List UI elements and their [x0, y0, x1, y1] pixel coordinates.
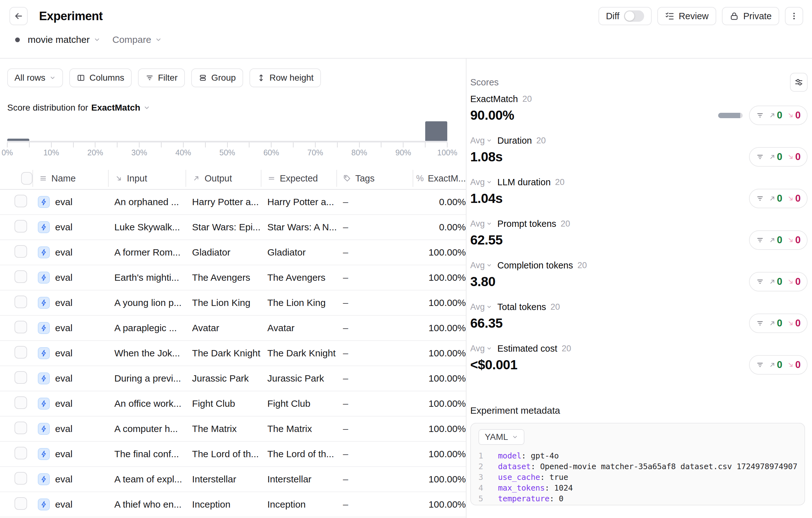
aggregation-dropdown[interactable]: Avg [470, 261, 492, 270]
improvements-filter[interactable]: 0 [768, 276, 782, 287]
row-checkbox[interactable] [14, 295, 27, 308]
table-row[interactable]: eval When the Jok... The Dark Knight The… [0, 341, 466, 366]
row-checkbox[interactable] [14, 220, 27, 233]
row-checkbox[interactable] [14, 195, 27, 207]
more-menu-button[interactable] [785, 7, 803, 25]
filter-icon [756, 361, 764, 369]
table-row[interactable]: eval An orphaned ... Harry Potter a... H… [0, 190, 466, 215]
regressions-filter[interactable]: 0 [787, 359, 801, 371]
metric-name: Estimated cost [497, 343, 557, 354]
row-expected: The Avengers [261, 272, 337, 283]
private-label: Private [743, 11, 772, 22]
table-row[interactable]: eval A former Rom... Gladiator Gladiator… [0, 240, 466, 265]
table-row[interactable]: eval An office work... Fight Club Fight … [0, 391, 466, 416]
eval-bolt-icon [38, 498, 50, 511]
regressions-filter[interactable]: 0 [787, 193, 801, 204]
table-row[interactable]: eval A young lion p... The Lion King The… [0, 290, 466, 316]
row-checkbox[interactable] [14, 472, 27, 485]
diff-toggle-switch[interactable] [624, 10, 644, 22]
eval-bolt-icon [38, 423, 50, 435]
format-dropdown[interactable]: YAML [478, 429, 524, 445]
table-row[interactable]: eval A paraplegic ... Avatar Avatar – 10… [0, 316, 466, 341]
eval-bolt-icon [38, 398, 50, 410]
row-output: Gladiator [185, 247, 261, 258]
row-output: The Dark Knight [185, 348, 261, 358]
compare-dropdown[interactable]: Compare [112, 34, 162, 45]
improvements-filter[interactable]: 0 [768, 193, 782, 204]
row-expected: Gladiator [261, 247, 337, 258]
score-distribution-dropdown[interactable]: Score distribution for ExactMatch [7, 103, 466, 113]
diff-toggle-button[interactable]: Diff [599, 7, 652, 25]
select-all-checkbox[interactable] [21, 172, 32, 185]
column-header-expected[interactable]: Expected [261, 168, 337, 189]
column-header-tags[interactable]: Tags [337, 168, 413, 189]
back-button[interactable] [9, 7, 28, 25]
row-checkbox[interactable] [14, 270, 27, 283]
row-checkbox[interactable] [14, 447, 27, 459]
columns-button[interactable]: Columns [69, 68, 132, 87]
row-checkbox[interactable] [14, 371, 27, 384]
filter-icon [756, 278, 764, 286]
row-checkbox[interactable] [14, 422, 27, 434]
metric-filter-controls[interactable]: 0 0 [749, 106, 808, 125]
private-button[interactable]: Private [722, 7, 779, 25]
x-axis-tick-label: 30% [132, 148, 147, 157]
row-checkbox[interactable] [14, 346, 27, 358]
metric-filter-controls[interactable]: 0 0 [749, 272, 808, 291]
regressions-filter[interactable]: 0 [787, 318, 801, 329]
filter-button[interactable]: Filter [138, 68, 185, 87]
improvements-filter[interactable]: 0 [768, 318, 782, 329]
table-row[interactable]: eval Earth's mighti... The Avengers The … [0, 265, 466, 290]
rows-filter-dropdown[interactable]: All rows [7, 68, 63, 87]
table-row[interactable]: eval During a previ... Jurassic Park Jur… [0, 366, 466, 391]
row-input: An orphaned ... [108, 197, 185, 207]
metric-filter-controls[interactable]: 0 0 [749, 230, 808, 250]
aggregation-dropdown[interactable]: Avg [470, 136, 492, 146]
improvements-filter[interactable]: 0 [768, 234, 782, 246]
improvements-filter[interactable]: 0 [768, 151, 782, 163]
aggregation-dropdown[interactable]: Avg [470, 177, 492, 187]
metric-filter-controls[interactable]: 0 0 [749, 189, 808, 208]
table-row[interactable]: eval A computer h... The Matrix The Matr… [0, 416, 466, 442]
table-row[interactable]: eval A thief who en... Inception Incepti… [0, 492, 466, 517]
row-score: 100.00% [413, 272, 466, 283]
row-score: 100.00% [413, 449, 466, 459]
table-header: Name Input Output Expected Tags % ExactM… [0, 168, 466, 190]
table-row[interactable]: eval A team of expl... Interstellar Inte… [0, 467, 466, 492]
column-header-name[interactable]: Name [32, 168, 108, 189]
line-number: 4 [478, 483, 487, 493]
improvements-filter[interactable]: 0 [768, 359, 782, 371]
table-row[interactable]: eval The final conf... The Lord of th...… [0, 442, 466, 467]
row-input: The final conf... [108, 449, 185, 459]
row-height-button[interactable]: Row height [250, 68, 321, 87]
scores-settings-button[interactable] [790, 73, 808, 92]
aggregation-dropdown[interactable]: Avg [470, 344, 492, 353]
aggregation-dropdown[interactable]: Avg [470, 219, 492, 229]
column-header-output[interactable]: Output [185, 168, 261, 189]
row-checkbox[interactable] [14, 396, 27, 409]
histogram-bar [7, 139, 29, 141]
row-checkbox[interactable] [14, 245, 27, 258]
chevron-down-icon[interactable] [93, 36, 100, 43]
column-header-score[interactable]: % ExactM... [413, 168, 466, 189]
row-input: Earth's mighti... [108, 272, 185, 283]
review-button[interactable]: Review [657, 7, 716, 25]
row-output: The Avengers [185, 272, 261, 283]
metric-filter-controls[interactable]: 0 0 [749, 355, 808, 375]
regressions-filter[interactable]: 0 [787, 110, 801, 121]
row-expected: Star Wars: A N... [261, 222, 337, 233]
row-checkbox[interactable] [14, 497, 27, 510]
regressions-filter[interactable]: 0 [787, 276, 801, 287]
metric-filter-controls[interactable]: 0 0 [749, 147, 808, 167]
aggregation-dropdown[interactable]: Avg [470, 302, 492, 312]
regressions-filter[interactable]: 0 [787, 151, 801, 163]
group-button[interactable]: Group [191, 68, 243, 87]
regressions-filter[interactable]: 0 [787, 234, 801, 246]
column-header-input[interactable]: Input [108, 168, 186, 189]
experiment-name-dropdown[interactable]: movie matcher [28, 34, 90, 45]
metric-filter-controls[interactable]: 0 0 [749, 314, 808, 333]
improvements-filter[interactable]: 0 [768, 110, 782, 121]
row-checkbox[interactable] [14, 321, 27, 333]
x-axis-tick-label: 0% [2, 148, 13, 157]
table-row[interactable]: eval Luke Skywalk... Star Wars: Epi... S… [0, 215, 466, 240]
